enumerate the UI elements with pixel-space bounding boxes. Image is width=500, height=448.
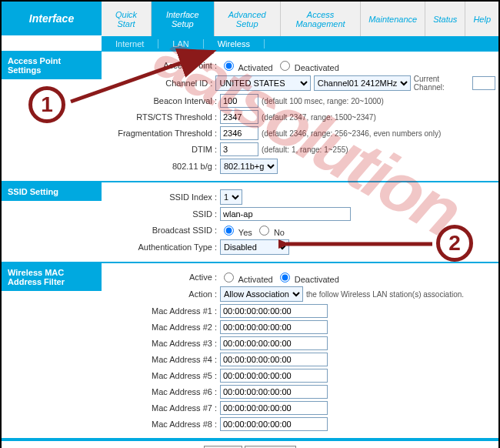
section-ssid: SSID Setting [2,182,102,201]
radio-broadcast-yes[interactable]: Yes [220,223,252,237]
hint-dtim: (default: 1, range: 1~255) [262,145,348,154]
subtab-lan[interactable]: LAN [158,39,203,48]
select-mac-action[interactable]: Allow Association [220,286,303,302]
label-auth: Authentication Type : [105,242,220,252]
label-mac-7: Mac Address #7 : [105,403,220,413]
label-access-point: Access Point : [105,61,220,70]
label-ssid-index: SSID Index : [105,192,220,202]
radio-ap-activated[interactable]: Activated [220,59,273,72]
label-broadcast: Broadcast SSID : [105,226,220,235]
input-current-channel[interactable] [472,76,495,90]
tab-interface-setup[interactable]: Interface Setup [152,2,214,36]
input-mac-2[interactable] [220,320,328,334]
input-mac-7[interactable] [220,401,328,415]
label-mac-1: Mac Address #1 : [105,306,220,316]
label-mac-2: Mac Address #2 : [105,323,220,332]
input-frag[interactable] [220,126,258,140]
section-mac-filter: Wireless MAC Address Filter [2,263,102,291]
input-ssid[interactable] [220,207,351,221]
subnav: Internet LAN Wireless [102,36,498,52]
select-ssid-index[interactable]: 1 [220,189,242,205]
select-auth[interactable]: Disabled [220,239,289,255]
subnav-gap [2,36,102,52]
input-mac-5[interactable] [220,369,328,383]
label-mac-4: Mac Address #4 : [105,355,220,364]
radio-ap-deactivated[interactable]: Deactivated [276,59,339,72]
tab-quick-start[interactable]: Quick Start [102,2,152,36]
select-mode[interactable]: 802.11b+g [220,159,278,174]
tab-maintenance[interactable]: Maintenance [361,2,425,36]
select-channel[interactable]: Channel01 2412MHz [314,75,411,91]
subtab-wireless[interactable]: Wireless [204,39,265,48]
input-mac-3[interactable] [220,336,328,350]
input-dtim[interactable] [220,142,258,156]
tab-status[interactable]: Status [425,2,465,36]
label-mac-3: Mac Address #3 : [105,339,220,348]
label-beacon: Beacon Interval : [105,96,220,105]
tab-advanced-setup[interactable]: Advanced Setup [215,2,281,36]
footer: SAVE CANCEL [2,440,498,448]
label-dtim: DTIM : [105,145,220,154]
input-mac-4[interactable] [220,353,328,366]
hint-rts: (default 2347, range: 1500~2347) [262,113,376,122]
input-mac-1[interactable] [220,304,328,318]
label-rts: RTS/CTS Threshold : [105,112,220,122]
radio-mac-deactivated[interactable]: Deactivated [276,270,339,284]
tab-access-management[interactable]: Access Management [281,2,361,36]
label-current-channel: Current Channel: [414,75,469,92]
subtab-internet[interactable]: Internet [102,39,158,48]
radio-broadcast-no[interactable]: No [255,223,285,237]
label-mac-6: Mac Address #6 : [105,387,220,396]
input-mac-8[interactable] [220,417,328,431]
main-tabs: Quick Start Interface Setup Advanced Set… [102,2,498,36]
label-frag: Fragmentation Threshold : [105,129,220,138]
input-mac-6[interactable] [220,385,328,399]
label-mac-8: Mac Address #8 : [105,420,220,429]
label-mac-5: Mac Address #5 : [105,371,220,380]
input-beacon[interactable] [220,94,258,108]
section-access-point: Access Point Settings [2,52,102,79]
label-channel-id: Channel ID : [105,79,215,88]
hint-mac-action: the follow Wireless LAN station(s) assoc… [306,290,464,299]
hint-frag: (default 2346, range: 256~2346, even num… [262,129,441,138]
radio-mac-activated[interactable]: Activated [220,270,273,284]
hint-beacon: (default 100 msec, range: 20~1000) [262,97,384,105]
label-mac-active: Active : [105,272,220,282]
tab-help[interactable]: Help [465,2,498,36]
page-title: Interface [2,2,102,36]
label-mode: 802.11 b/g : [105,162,220,171]
label-ssid: SSID : [105,209,220,219]
select-country[interactable]: UNITED STATES [215,75,310,91]
input-rts[interactable] [220,110,258,124]
label-mac-action: Action : [105,289,220,299]
